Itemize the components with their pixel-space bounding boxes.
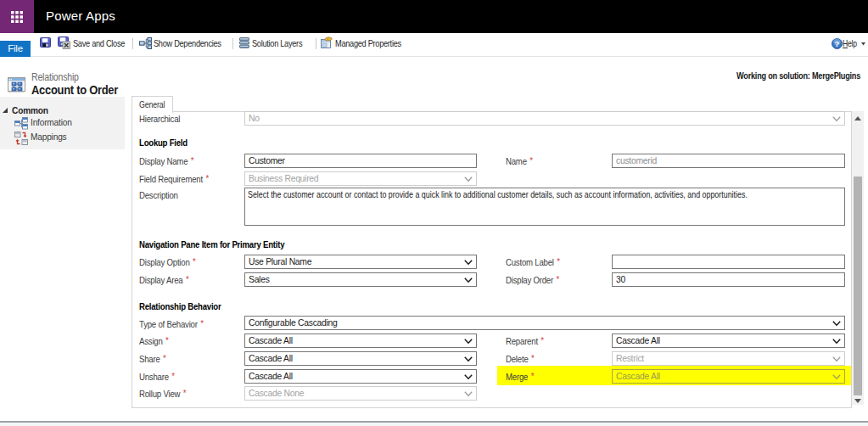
svg-text:?: ? [835, 39, 840, 48]
